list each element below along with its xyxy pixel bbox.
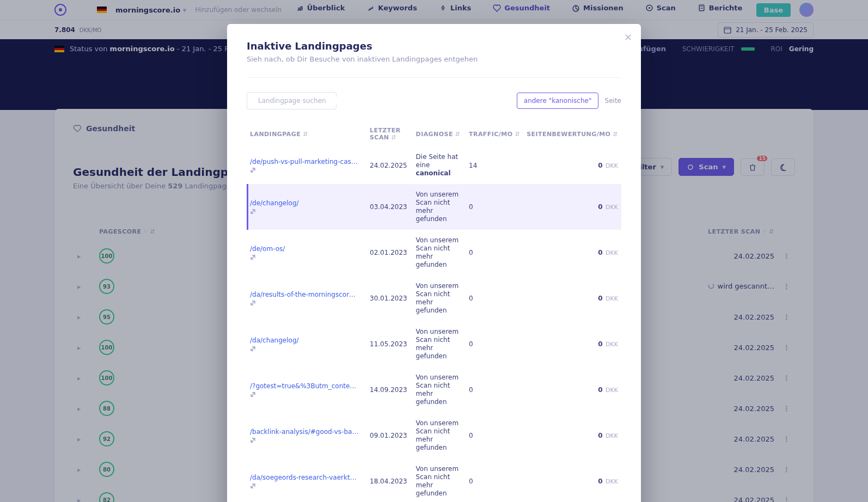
lp-row[interactable]: /backlink-analysis/#good-vs-bad-backli…0… (247, 413, 621, 458)
diagnosis-cell: Von unserem Scan nicht mehr gefunden (416, 465, 462, 498)
modal-title: Inaktive Landingpages (247, 40, 621, 52)
diagnosis-cell: Von unserem Scan nicht mehr gefunden (416, 191, 462, 223)
traffic-cell: 0 (466, 413, 523, 458)
diagnosis-cell: Die Seite hat eine canonical (416, 153, 462, 177)
lp-row[interactable]: /?gotest=true&%3Butm_content=9…14.09.202… (247, 367, 621, 413)
mcol-3[interactable]: TRAFFIC/MO⇵ (466, 121, 523, 146)
scan-date: 18.04.2023 (366, 458, 413, 502)
rating-cell: 0 DKK (523, 458, 621, 502)
scan-date: 02.01.2023 (366, 230, 413, 276)
scan-date: 11.05.2023 (366, 321, 413, 367)
external-link-icon[interactable] (250, 346, 363, 352)
traffic-cell: 0 (466, 276, 523, 321)
external-link-icon[interactable] (250, 391, 363, 397)
lp-row[interactable]: /da/soegeords-research-vaerktoej18.04.20… (247, 458, 621, 502)
lp-link[interactable]: /de/changelog/ (250, 199, 299, 207)
diagnosis-cell: Von unserem Scan nicht mehr gefunden (416, 282, 462, 315)
diagnosis-cell: Von unserem Scan nicht mehr gefunden (416, 328, 462, 360)
external-link-icon[interactable] (250, 254, 363, 260)
external-link-icon[interactable] (250, 437, 363, 443)
diagnosis-cell: Von unserem Scan nicht mehr gefunden (416, 419, 462, 452)
external-link-icon[interactable] (250, 483, 363, 489)
traffic-cell: 14 (466, 146, 523, 184)
lp-row[interactable]: /de/changelog/03.04.2023Von unserem Scan… (247, 184, 621, 230)
mcol-2[interactable]: DIAGNOSE⇵ (413, 121, 466, 146)
modal-subtitle: Sieh nach, ob Dir Besuche von inaktiven … (247, 55, 621, 63)
rating-cell: 0 DKK (523, 367, 621, 413)
traffic-cell: 0 (466, 367, 523, 413)
rating-cell: 0 DKK (523, 184, 621, 230)
rating-cell: 0 DKK (523, 276, 621, 321)
inactive-lp-table: LANDINGPAGE⇵LETZTER SCAN⇵DIAGNOSE⇵TRAFFI… (247, 121, 621, 502)
lp-search[interactable] (247, 92, 337, 109)
close-button[interactable]: ✕ (624, 32, 632, 43)
lp-link[interactable]: /de/push-vs-pull-marketing-case-study/ (250, 158, 359, 166)
scan-date: 03.04.2023 (366, 184, 413, 230)
traffic-cell: 0 (466, 230, 523, 276)
lp-link[interactable]: /da/changelog/ (250, 336, 299, 344)
scan-date: 09.01.2023 (366, 413, 413, 458)
lp-row[interactable]: /de/om-os/02.01.2023Von unserem Scan nic… (247, 230, 621, 276)
mcol-1[interactable]: LETZTER SCAN⇵ (366, 121, 413, 146)
scan-date: 30.01.2023 (366, 276, 413, 321)
lp-link[interactable]: /backlink-analysis/#good-vs-bad-backli… (250, 428, 359, 436)
lp-row[interactable]: /de/push-vs-pull-marketing-case-study/24… (247, 146, 621, 184)
mcol-0[interactable]: LANDINGPAGE⇵ (247, 121, 366, 146)
lp-link[interactable]: /?gotest=true&%3Butm_content=9… (250, 382, 359, 390)
rating-cell: 0 DKK (523, 146, 621, 184)
lp-search-input[interactable] (258, 97, 340, 105)
diagnosis-cell: Von unserem Scan nicht mehr gefunden (416, 236, 462, 269)
rating-cell: 0 DKK (523, 413, 621, 458)
scan-date: 14.09.2023 (366, 367, 413, 413)
canonical-filter-button[interactable]: andere "kanonische" (517, 93, 599, 109)
external-link-icon[interactable] (250, 167, 363, 173)
mcol-4[interactable]: SEITENBEWERTUNG/MO⇵ (523, 121, 621, 146)
lp-row[interactable]: /da/results-of-the-morningscore-beta-s…3… (247, 276, 621, 321)
canonical-filter-suffix: Seite (605, 97, 621, 105)
lp-link[interactable]: /da/results-of-the-morningscore-beta-s… (250, 291, 359, 298)
external-link-icon[interactable] (250, 300, 363, 306)
external-link-icon[interactable] (250, 209, 363, 215)
scan-date: 24.02.2025 (366, 146, 413, 184)
inactive-lp-modal: ✕ Inaktive Landingpages Sieh nach, ob Di… (227, 24, 641, 502)
lp-link[interactable]: /de/om-os/ (250, 245, 285, 253)
traffic-cell: 0 (466, 184, 523, 230)
rating-cell: 0 DKK (523, 321, 621, 367)
diagnosis-cell: Von unserem Scan nicht mehr gefunden (416, 374, 462, 406)
traffic-cell: 0 (466, 321, 523, 367)
traffic-cell: 0 (466, 458, 523, 502)
lp-link[interactable]: /da/soegeords-research-vaerktoej (250, 474, 359, 481)
rating-cell: 0 DKK (523, 230, 621, 276)
lp-row[interactable]: /da/changelog/11.05.2023Von unserem Scan… (247, 321, 621, 367)
